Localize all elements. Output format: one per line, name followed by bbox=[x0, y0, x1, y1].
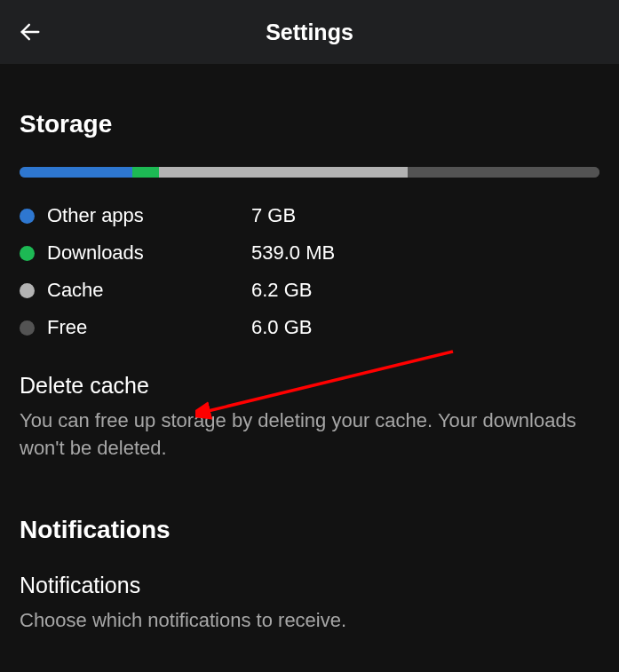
legend-row-other-apps: Other apps 7 GB bbox=[20, 204, 599, 227]
storage-section-title: Storage bbox=[20, 110, 599, 138]
delete-cache-desc: You can free up storage by deleting your… bbox=[20, 407, 599, 462]
legend-dot-icon bbox=[20, 209, 35, 224]
legend-label: Downloads bbox=[47, 241, 251, 265]
legend-label: Free bbox=[47, 316, 251, 339]
delete-cache-label: Delete cache bbox=[20, 373, 599, 399]
storage-bar-other-apps bbox=[20, 167, 132, 178]
notifications-label: Notifications bbox=[20, 573, 599, 598]
legend-value: 6.0 GB bbox=[251, 316, 312, 339]
back-arrow-icon bbox=[18, 20, 43, 44]
storage-bar bbox=[20, 167, 599, 178]
storage-bar-free bbox=[408, 167, 599, 178]
legend-row-free: Free 6.0 GB bbox=[20, 316, 599, 339]
notifications-section-title: Notifications bbox=[20, 516, 599, 544]
storage-bar-cache bbox=[159, 167, 409, 178]
legend-label: Other apps bbox=[47, 204, 251, 227]
page-title: Settings bbox=[0, 20, 619, 45]
legend-row-downloads: Downloads 539.0 MB bbox=[20, 241, 599, 265]
legend-value: 539.0 MB bbox=[251, 241, 335, 265]
notifications-item[interactable]: Notifications Choose which notifications… bbox=[20, 573, 599, 635]
content: Storage Other apps 7 GB Downloads 539.0 … bbox=[0, 110, 619, 634]
legend-dot-icon bbox=[20, 320, 35, 336]
delete-cache-item[interactable]: Delete cache You can free up storage by … bbox=[20, 373, 599, 462]
back-button[interactable] bbox=[16, 18, 44, 46]
notifications-desc: Choose which notifications to receive. bbox=[20, 607, 599, 635]
legend-value: 7 GB bbox=[251, 204, 296, 227]
legend-dot-icon bbox=[20, 246, 35, 261]
storage-bar-downloads bbox=[132, 167, 158, 178]
legend-row-cache: Cache 6.2 GB bbox=[20, 279, 599, 302]
legend-value: 6.2 GB bbox=[251, 279, 312, 302]
header: Settings bbox=[0, 0, 619, 64]
legend-label: Cache bbox=[47, 279, 251, 302]
legend-dot-icon bbox=[20, 283, 35, 298]
